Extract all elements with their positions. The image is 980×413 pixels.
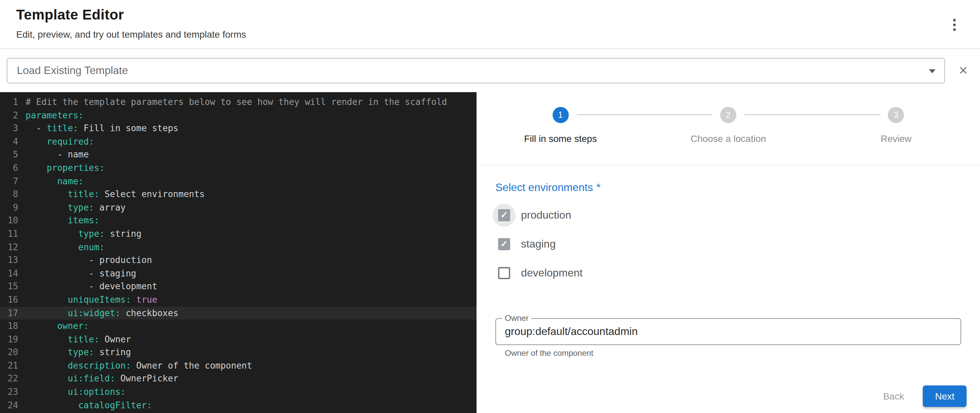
line-number: 17 bbox=[0, 307, 18, 319]
line-code: type: array bbox=[18, 201, 126, 214]
checkbox-label: production bbox=[521, 209, 571, 221]
code-line: 20 type: string bbox=[0, 346, 477, 359]
code-line: 2 parameters: bbox=[0, 109, 477, 122]
step-label: Review bbox=[812, 133, 980, 144]
environment-option[interactable]: development bbox=[495, 258, 961, 287]
code-line: 4 required: bbox=[0, 135, 477, 148]
stepper-step: 2 Choose a location bbox=[644, 107, 812, 144]
code-line: 16 uniqueItems: true bbox=[0, 293, 477, 307]
line-code: - development bbox=[18, 280, 157, 293]
chevron-down-icon bbox=[929, 69, 935, 73]
code-line: 8 title: Select environments bbox=[0, 187, 477, 201]
line-number: 4 bbox=[0, 135, 18, 148]
line-number: 10 bbox=[0, 214, 18, 227]
step-number-badge: 1 bbox=[552, 107, 568, 123]
page-title: Template Editor bbox=[16, 7, 964, 23]
checkbox-icon[interactable] bbox=[498, 267, 510, 279]
environment-option[interactable]: ✓ staging bbox=[495, 229, 961, 258]
code-line: 3 - title: Fill in some steps bbox=[0, 122, 477, 135]
line-code: catalogFilter: bbox=[18, 399, 152, 411]
checkbox-label: development bbox=[521, 267, 582, 279]
line-number: 11 bbox=[0, 227, 18, 240]
line-code: type: string bbox=[18, 346, 131, 359]
step-connector bbox=[745, 114, 880, 115]
step-connector bbox=[576, 114, 712, 115]
line-number: 22 bbox=[0, 372, 18, 385]
line-code: title: Owner bbox=[18, 333, 131, 346]
line-code: name: bbox=[18, 175, 83, 187]
code-lines: 1 # Edit the template parameters below t… bbox=[0, 95, 477, 412]
code-line: 18 owner: bbox=[0, 319, 477, 333]
load-template-select[interactable]: Load Existing Template bbox=[7, 58, 945, 83]
line-number: 1 bbox=[0, 95, 18, 109]
code-line: 10 items: bbox=[0, 214, 477, 227]
code-line: 17 ui:widget: checkboxes bbox=[0, 307, 477, 319]
line-code: owner: bbox=[18, 319, 89, 333]
line-code: properties: bbox=[18, 161, 105, 175]
code-line: 22 ui:field: OwnerPicker bbox=[0, 372, 477, 385]
line-number: 21 bbox=[0, 359, 18, 372]
environments-field-label: Select environments* bbox=[495, 182, 961, 194]
checkbox-ripple: ✓ bbox=[493, 232, 515, 255]
code-line: 11 type: string bbox=[0, 227, 477, 240]
line-number: 20 bbox=[0, 346, 18, 359]
line-code: - staging bbox=[18, 267, 136, 280]
kebab-menu-icon[interactable] bbox=[948, 17, 961, 32]
step-label: Choose a location bbox=[644, 133, 812, 144]
line-code: ui:field: OwnerPicker bbox=[18, 372, 178, 385]
line-code: ui:options: bbox=[18, 385, 126, 399]
back-button[interactable]: Back bbox=[877, 386, 911, 406]
line-code: title: Select environments bbox=[18, 187, 205, 201]
line-number: 6 bbox=[0, 161, 18, 175]
checkbox-ripple: ✓ bbox=[493, 203, 515, 226]
line-number: 3 bbox=[0, 122, 18, 135]
line-number: 19 bbox=[0, 333, 18, 346]
line-number: 23 bbox=[0, 385, 18, 399]
owner-field-group: group:default/accountadmin Owner Owner o… bbox=[495, 318, 961, 358]
code-line: 12 enum: bbox=[0, 240, 477, 254]
yaml-code-editor[interactable]: 1 # Edit the template parameters below t… bbox=[0, 92, 477, 413]
main-content: 1 # Edit the template parameters below t… bbox=[0, 92, 980, 413]
stepper-step: 1 Fill in some steps bbox=[477, 107, 644, 144]
owner-input[interactable]: group:default/accountadmin bbox=[495, 318, 961, 345]
line-code: description: Owner of the component bbox=[18, 359, 252, 372]
load-template-select-value: Load Existing Template bbox=[17, 65, 128, 77]
line-number: 9 bbox=[0, 201, 18, 214]
code-line: 6 properties: bbox=[0, 161, 477, 175]
code-line: 9 type: array bbox=[0, 201, 477, 214]
line-code: required: bbox=[18, 135, 94, 148]
line-number: 5 bbox=[0, 148, 18, 161]
line-code: enum: bbox=[18, 240, 105, 254]
checkbox-label: staging bbox=[521, 238, 555, 250]
owner-input-value: group:default/accountadmin bbox=[505, 326, 638, 338]
line-number: 8 bbox=[0, 187, 18, 201]
line-code: - name bbox=[18, 148, 89, 161]
line-number: 14 bbox=[0, 267, 18, 280]
next-button[interactable]: Next bbox=[923, 385, 967, 407]
page-header: Template Editor Edit, preview, and try o… bbox=[0, 0, 980, 49]
checkbox-ripple bbox=[493, 261, 515, 284]
line-code: - production bbox=[18, 254, 152, 267]
environment-options: ✓ production ✓ staging development bbox=[495, 200, 961, 287]
close-icon[interactable]: × bbox=[953, 60, 973, 81]
form-preview-panel: 1 Fill in some steps 2 Choose a location… bbox=[477, 92, 980, 413]
line-number: 2 bbox=[0, 109, 18, 122]
checkbox-icon[interactable]: ✓ bbox=[498, 209, 510, 221]
line-number: 12 bbox=[0, 240, 18, 254]
code-line: 24 catalogFilter: bbox=[0, 399, 477, 411]
step-number-badge: 3 bbox=[888, 107, 904, 123]
line-code: parameters: bbox=[18, 109, 83, 122]
environment-option[interactable]: ✓ production bbox=[495, 200, 961, 229]
line-code: # Edit the template parameters below to … bbox=[18, 95, 447, 109]
stepper-step: 3 Review bbox=[812, 107, 980, 144]
code-line: 1 # Edit the template parameters below t… bbox=[0, 95, 477, 109]
code-line: 7 name: bbox=[0, 175, 477, 187]
line-code: items: bbox=[18, 214, 99, 227]
wizard-actions: Back Next bbox=[877, 385, 967, 407]
code-line: 19 title: Owner bbox=[0, 333, 477, 346]
line-code: type: string bbox=[18, 227, 142, 240]
checkbox-icon[interactable]: ✓ bbox=[498, 238, 510, 250]
line-number: 16 bbox=[0, 293, 18, 307]
step-number-badge: 2 bbox=[720, 107, 737, 123]
stepper: 1 Fill in some steps 2 Choose a location… bbox=[477, 92, 980, 165]
